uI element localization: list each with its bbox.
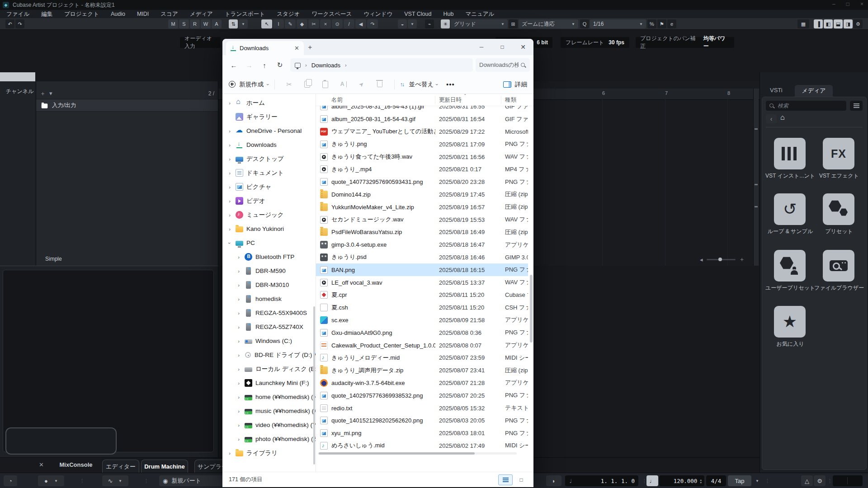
mute-tool-icon[interactable]: × bbox=[320, 19, 331, 28]
file-row[interactable]: Domino144.zip2025/08/19 17:45圧縮 (zip 形式) bbox=[316, 188, 528, 201]
play-tool-tool-icon[interactable]: ◀ bbox=[355, 19, 366, 28]
back-button[interactable]: ← bbox=[226, 58, 241, 72]
file-row[interactable]: きゅうり_.mp42025/08/21 0:17MP4 ファイル bbox=[316, 163, 528, 176]
explorer-close-button[interactable]: ✕ bbox=[513, 39, 533, 55]
chevron-icon[interactable]: › bbox=[236, 296, 241, 302]
media-search-input[interactable]: 検索 bbox=[766, 101, 846, 111]
sidebar-item--[interactable]: ›ライブラリ bbox=[222, 446, 316, 460]
copy-button[interactable] bbox=[298, 81, 316, 88]
zoom-mode-dropdown[interactable]: ズームに適応 ▼ bbox=[519, 19, 578, 28]
forward-button[interactable]: → bbox=[241, 58, 257, 72]
new-item-button[interactable]: 新規作成 › bbox=[229, 80, 269, 89]
draw-tool-icon[interactable]: ✎ bbox=[285, 19, 296, 28]
zoom-tool-tool-icon[interactable]: ⊙ bbox=[332, 19, 343, 28]
maximize-button[interactable]: □ bbox=[846, 1, 849, 7]
refresh-button[interactable]: ↻ bbox=[272, 58, 288, 72]
snap-icon[interactable]: ✳ bbox=[441, 19, 450, 28]
sidebar-item-launchkey-mini-f-[interactable]: ›Launchkey Mini (F:) bbox=[222, 376, 316, 390]
chevron-icon[interactable]: › bbox=[236, 268, 241, 274]
rename-button[interactable]: A bbox=[335, 81, 353, 87]
file-row[interactable]: セカンドミュージック.wav2025/08/19 15:53WAV ファイル bbox=[316, 213, 528, 226]
sidebar-item--[interactable]: ›ピクチャ bbox=[222, 180, 316, 194]
tab-vsti[interactable]: VSTi bbox=[770, 87, 783, 94]
sidebar-item-dbr-m590[interactable]: ›DBR-M590 bbox=[222, 264, 316, 278]
sidebar-item-music-homedisk-x-[interactable]: ›music (¥¥homedisk) (X: bbox=[222, 404, 316, 418]
file-list-vertical-scrollbar[interactable] bbox=[530, 275, 533, 343]
file-row[interactable]: quote_1402975776369938532.png2025/08/07 … bbox=[316, 389, 528, 402]
quantize-dropdown[interactable]: 1/16 ▼ bbox=[590, 19, 646, 28]
file-row[interactable]: PsdFileWoBarasuYatsu.zip2025/08/18 16:49… bbox=[316, 226, 528, 239]
io-track-row[interactable]: 入力/出力 bbox=[36, 99, 218, 112]
comp-tool-icon[interactable]: ◆ bbox=[297, 19, 307, 28]
file-row[interactable]: xyu_mi.png2025/08/03 18:01PNG ファイル bbox=[316, 427, 528, 440]
audio-activity-group[interactable]: ∿ ▼ bbox=[102, 475, 128, 486]
tempo-track-icon[interactable]: ♩ bbox=[646, 475, 658, 486]
edit-e-icon[interactable]: e bbox=[667, 19, 676, 28]
chevron-icon[interactable]: › bbox=[227, 240, 232, 246]
redo-button[interactable]: ↷ bbox=[15, 19, 24, 28]
menubar-item[interactable]: メディア bbox=[190, 10, 213, 18]
chevron-icon[interactable]: › bbox=[236, 338, 241, 344]
chevron-icon[interactable]: › bbox=[236, 282, 241, 288]
sidebar-item-home-homedisk-n-[interactable]: ›home (¥¥homedisk) (N: bbox=[222, 390, 316, 404]
tab-media[interactable]: メディア bbox=[795, 85, 833, 97]
media-tile-preset[interactable] bbox=[823, 193, 854, 225]
menubar-item[interactable]: マニュアル bbox=[465, 10, 494, 18]
close-button[interactable]: × bbox=[860, 1, 863, 7]
sidebar-item-bd-re-d-mrpc[interactable]: ›BD-RE ドライブ (D:) MrPC bbox=[222, 348, 316, 362]
sidebar-item--[interactable]: ›デスクトップ bbox=[222, 152, 316, 166]
file-list-horizontal-scrollbar[interactable] bbox=[318, 452, 517, 455]
file-row[interactable]: album_2025-08-31_16-54-43.gif2025/08/31 … bbox=[316, 113, 528, 126]
color-tool-icon[interactable]: ◒ bbox=[398, 19, 407, 28]
chevron-icon[interactable]: › bbox=[227, 170, 232, 176]
sidebar-item--[interactable]: ›ホーム bbox=[222, 96, 316, 110]
sidebar-item-pc[interactable]: ›PC bbox=[222, 236, 316, 250]
sidebar-item-downloads[interactable]: ›Downloads bbox=[222, 138, 316, 152]
media-list-view-button[interactable] bbox=[850, 101, 863, 111]
metronome-icon[interactable]: △ bbox=[801, 475, 813, 486]
menubar-item[interactable]: トランスポート bbox=[225, 10, 265, 18]
file-row[interactable]: きゅうり_調声用データ.zip2025/08/07 23:41圧縮 (zip 形… bbox=[316, 364, 528, 377]
chevron-icon[interactable]: › bbox=[236, 408, 241, 414]
sidebar-item-video-homedisk-y-[interactable]: ›video (¥¥homedisk) (Y:) bbox=[222, 418, 316, 432]
sort-button[interactable]: ↑↓ 並べ替え › bbox=[400, 80, 438, 89]
range-select-tool-icon[interactable]: I bbox=[273, 19, 284, 28]
right-zone-toggle-icon[interactable]: ◨ bbox=[844, 19, 853, 28]
tap-tempo-button[interactable]: Tap bbox=[728, 475, 751, 486]
flag-icon[interactable]: ⚑ bbox=[657, 19, 666, 28]
project-vertical-scrollbar[interactable] bbox=[753, 89, 759, 266]
channel-tab-label[interactable]: チャンネル bbox=[6, 88, 33, 95]
menubar-item[interactable]: Hub bbox=[443, 11, 453, 17]
sidebar-item--e-[interactable]: ›ローカル ディスク (E:) bbox=[222, 362, 316, 376]
lower-tab-1[interactable]: エディター bbox=[102, 460, 139, 473]
column-type[interactable]: 種類 bbox=[501, 96, 533, 104]
menubar-item[interactable]: スタジオ bbox=[277, 10, 300, 18]
track-state-button-s[interactable]: S bbox=[179, 19, 189, 28]
lower-tab-2[interactable]: Drum Machine bbox=[141, 460, 188, 473]
zoom-out-arrow-icon[interactable]: ◂ bbox=[700, 256, 703, 263]
percent-icon[interactable]: % bbox=[647, 19, 656, 28]
details-pane-button[interactable]: 詳細 bbox=[503, 80, 527, 89]
explorer-minimize-button[interactable]: ─ bbox=[471, 39, 492, 55]
column-name[interactable]: 名前 bbox=[316, 96, 435, 104]
menubar-item[interactable]: MIDI bbox=[137, 11, 149, 17]
explorer-maximize-button[interactable]: □ bbox=[492, 39, 513, 55]
object-select-tool-icon[interactable]: ↖ bbox=[261, 19, 272, 28]
menubar-item[interactable]: VST Cloud bbox=[404, 11, 431, 17]
explorer-tab[interactable]: Downloads ✕ bbox=[226, 41, 304, 55]
file-row[interactable]: YukkuriMovieMaker_v4_Lite.zip2025/08/19 … bbox=[316, 201, 528, 213]
audio-input-pill[interactable]: オーディオ入力 bbox=[180, 37, 221, 48]
file-row[interactable]: audacity-win-3.7.5-64bit.exe2025/08/07 2… bbox=[316, 377, 528, 389]
file-row[interactable]: きゅうり.psd2025/08/18 16:46GIMP 3.0.4 bbox=[316, 251, 528, 264]
chevron-icon[interactable]: › bbox=[227, 226, 232, 232]
menubar-item[interactable]: Audio bbox=[111, 11, 125, 17]
horizontal-zoom-slider[interactable]: ◂ ＋ bbox=[700, 256, 745, 263]
chevron-icon[interactable]: › bbox=[236, 352, 241, 358]
breadcrumb-folder[interactable]: Downloads bbox=[311, 62, 340, 69]
zoom-slider-thumb[interactable] bbox=[718, 258, 722, 261]
menubar-item[interactable]: プロジェクト bbox=[64, 10, 99, 18]
file-row[interactable]: LE_off vocal_3.wav2025/08/15 13:37WAV ファ… bbox=[316, 276, 528, 289]
position-display[interactable]: ♩ 1. 1. 1. 0 bbox=[565, 475, 638, 486]
autoscroll-dropdown[interactable]: ▼ bbox=[239, 19, 248, 28]
up-button[interactable]: ↑ bbox=[257, 58, 272, 72]
